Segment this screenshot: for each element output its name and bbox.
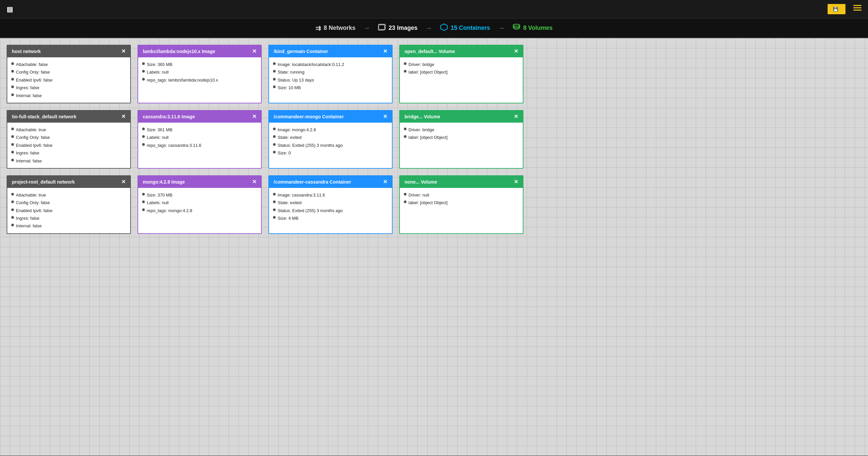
menu-button[interactable]: [854, 5, 861, 13]
field-dot: [273, 62, 276, 65]
card-row: Enabled Ipv6: false: [11, 76, 126, 84]
stat-images: 23 Images: [378, 24, 417, 32]
card-body-tio-network: Attachable: trueConfig Only: falseEnable…: [7, 123, 130, 168]
field-dot: [11, 86, 14, 88]
card-close-commandeer-cassandra-container[interactable]: ✕: [383, 179, 387, 185]
card-close-lambci-image[interactable]: ✕: [252, 49, 256, 54]
card-header-lambci-image: lambci/lambda:nodejs10.x Image✕: [138, 45, 261, 57]
field-dot: [404, 70, 406, 72]
card-row: Attachable: false: [11, 61, 126, 68]
card-title-open-default-volume: open_default... Volume: [404, 49, 455, 54]
card-close-cassandra-image[interactable]: ✕: [252, 114, 256, 119]
card-row: Enabled Ipv6: false: [11, 207, 126, 214]
card-row: Status: Exited (255) 3 months ago: [273, 207, 388, 214]
field-dot: [273, 135, 276, 138]
field-text: Size: 365 MB: [147, 61, 172, 68]
card-close-open-default-volume[interactable]: ✕: [514, 49, 518, 54]
card-bridge-volume: bridge... Volume✕Driver: bridgelabel: [o…: [399, 110, 523, 169]
card-header-open-default-volume: open_default... Volume✕: [400, 45, 523, 57]
field-dot: [142, 135, 145, 138]
card-row: repo_tags: lambci/lambda:nodejs10.x: [142, 76, 257, 84]
card-cassandra-image: cassandra:3.11.6 Image✕Size: 361 MBLabel…: [137, 110, 262, 169]
field-dot: [273, 201, 276, 203]
images-count: 23 Images: [389, 25, 417, 31]
card-row: State: exited: [273, 133, 388, 141]
card-close-mongo-image[interactable]: ✕: [252, 179, 256, 185]
field-text: Status: Exited (255) 3 months ago: [278, 207, 343, 214]
field-text: Size: 370 MB: [147, 191, 172, 199]
menu-icon: [854, 5, 861, 13]
field-text: repo_tags: lambci/lambda:nodejs10.x: [147, 76, 218, 84]
header-title: ▤: [7, 5, 828, 13]
card-header-kind-germain-container: /kind_germain Container✕: [269, 45, 392, 57]
containers-count: 15 Containers: [451, 25, 490, 31]
card-close-host-network[interactable]: ✕: [121, 49, 126, 54]
card-row: Image: localstack/localstack:0.11.2: [273, 61, 388, 68]
card-row: repo_tags: mongo:4.2.8: [142, 207, 257, 214]
stat-containers: 15 Containers: [440, 23, 490, 33]
card-close-bridge-volume[interactable]: ✕: [514, 114, 518, 119]
field-dot: [142, 193, 145, 195]
card-row: Attachable: true: [11, 126, 126, 133]
field-dot: [11, 193, 14, 195]
card-row: Internal: false: [11, 157, 126, 165]
field-text: Internal: false: [16, 157, 42, 165]
card-body-bridge-volume: Driver: bridgelabel: [object Object]: [400, 123, 523, 145]
card-row: Driver: bridge: [404, 61, 519, 68]
svg-point-6: [513, 24, 520, 26]
card-kind-germain-container: /kind_germain Container✕Image: localstac…: [268, 45, 393, 103]
card-header-cassandra-image: cassandra:3.11.6 Image✕: [138, 111, 261, 123]
field-text: Attachable: true: [16, 191, 46, 199]
field-dot: [142, 70, 145, 72]
card-body-none-volume: Driver: nulllabel: [object Object]: [400, 188, 523, 210]
card-header-commandeer-mongo-container: /commandeer-mongo Container✕: [269, 111, 392, 123]
card-row: Ingres: false: [11, 149, 126, 157]
field-text: Image: localstack/localstack:0.11.2: [278, 61, 344, 68]
volumes-icon: [513, 23, 521, 33]
card-header-none-volume: none... Volume✕: [400, 176, 523, 188]
field-text: Attachable: true: [16, 126, 46, 133]
card-row: Size: 10 MB: [273, 84, 388, 91]
field-dot: [273, 208, 276, 211]
card-title-bridge-volume: bridge... Volume: [404, 114, 440, 119]
card-tio-network: tio-full-stack_default network✕Attachabl…: [7, 110, 131, 169]
card-title-none-volume: none... Volume: [404, 179, 437, 185]
field-text: Config Only: false: [16, 133, 50, 141]
card-close-commandeer-mongo-container[interactable]: ✕: [383, 114, 387, 119]
field-dot: [142, 128, 145, 130]
field-text: Ingres: false: [16, 149, 39, 157]
field-text: Ingres: false: [16, 84, 39, 91]
field-dot: [11, 216, 14, 219]
card-close-tio-network[interactable]: ✕: [121, 114, 126, 119]
field-text: label: [object Object]: [408, 68, 447, 76]
networks-icon: ⇉: [315, 24, 321, 32]
card-row: Ingres: false: [11, 84, 126, 91]
field-text: Size: 361 MB: [147, 126, 172, 133]
card-open-default-volume: open_default... Volume✕Driver: bridgelab…: [399, 45, 523, 103]
field-text: Driver: bridge: [408, 126, 434, 133]
field-text: label: [object Object]: [408, 133, 447, 141]
card-close-project-root-network[interactable]: ✕: [121, 179, 126, 185]
card-header-tio-network: tio-full-stack_default network✕: [7, 111, 130, 123]
networks-count: 8 Networks: [324, 25, 355, 31]
card-row: Size: 370 MB: [142, 191, 257, 199]
card-row: Labels: null: [142, 199, 257, 207]
card-header-bridge-volume: bridge... Volume✕: [400, 111, 523, 123]
images-icon: [378, 24, 386, 32]
field-dot: [273, 70, 276, 72]
field-text: label: [object Object]: [408, 199, 447, 207]
card-close-kind-germain-container[interactable]: ✕: [383, 49, 387, 54]
save-as-png-button[interactable]: 💾: [828, 4, 845, 14]
card-row: Labels: null: [142, 68, 257, 76]
stat-networks: ⇉ 8 Networks: [315, 24, 355, 32]
card-row: Size: 4 MB: [273, 214, 388, 222]
card-close-none-volume[interactable]: ✕: [514, 179, 518, 185]
field-dot: [11, 93, 14, 96]
card-body-commandeer-cassandra-container: Image: cassandra:3.11.6State: exitedStat…: [269, 188, 392, 226]
field-dot: [273, 216, 276, 219]
cards-grid: host network✕Attachable: falseConfig Onl…: [7, 45, 523, 234]
card-body-commandeer-mongo-container: Image: mongo:4.2.8State: exitedStatus: E…: [269, 123, 392, 160]
card-row: Config Only: false: [11, 133, 126, 141]
card-row: label: [object Object]: [404, 199, 519, 207]
field-text: State: running: [278, 68, 305, 76]
